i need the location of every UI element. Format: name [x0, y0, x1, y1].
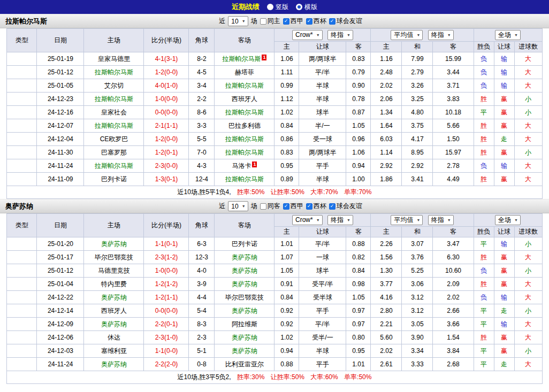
score-cell[interactable]: 1-0(0-0)	[144, 93, 189, 106]
same-away-checkbox[interactable]: 同客	[260, 202, 280, 211]
bookmaker-select[interactable]: Crow*▼	[292, 215, 323, 225]
score-cell[interactable]: 2-3(0-0)	[144, 159, 189, 173]
away-team-link[interactable]: 拉斯帕尔马斯	[225, 175, 264, 183]
away-team-link[interactable]: 比利亚雷亚尔	[225, 360, 264, 368]
score-cell[interactable]: 2-3(1-0)	[144, 331, 189, 344]
home-team-link[interactable]: 巴塞罗那	[101, 149, 127, 156]
score-cell[interactable]: 1-3(0-1)	[144, 173, 189, 186]
ah-away-odds-cell: 0.98	[346, 278, 371, 291]
away-team-link[interactable]: 奥萨苏纳	[232, 280, 257, 288]
league-friendly-checkbox[interactable]: 球会友谊	[329, 17, 362, 26]
fullmatch-select[interactable]: 全场▼	[495, 215, 521, 225]
home-team-link[interactable]: 奥萨苏纳	[101, 360, 127, 368]
col-eu-draw: 和	[402, 227, 433, 237]
home-team-link[interactable]: 马德里竞技	[98, 267, 130, 274]
corner-cell: 4-5	[189, 66, 215, 79]
score-cell[interactable]: 1-2(0-1)	[144, 146, 189, 159]
home-team-link[interactable]: 西班牙人	[101, 307, 127, 314]
score-cell[interactable]: 2-3(1-2)	[144, 251, 189, 264]
away-team-cell: 比利亚雷亚尔	[215, 358, 274, 371]
league-type-cell: 西甲	[7, 159, 37, 173]
col-eu-draw: 和	[402, 42, 433, 52]
away-team-link[interactable]: 奥萨苏纳	[232, 347, 257, 355]
eu-home-odds-cell: 2.02	[371, 344, 402, 358]
average-select[interactable]: 平均值▼	[391, 215, 423, 225]
corner-cell: 8-2	[189, 52, 215, 66]
home-team-link[interactable]: 拉斯帕尔马斯	[95, 122, 133, 129]
score-cell[interactable]: 0-0(0-0)	[144, 304, 189, 318]
home-team-link[interactable]: 拉斯帕尔马斯	[95, 95, 133, 103]
score-cell[interactable]: 1-0(0-0)	[144, 264, 189, 278]
average-select[interactable]: 平均值▼	[391, 30, 423, 40]
score-cell[interactable]: 0-0(0-0)	[144, 106, 189, 119]
layout-vertical-radio[interactable]: 竖版	[267, 3, 288, 12]
home-team-link[interactable]: 特内里费	[101, 280, 127, 288]
col-date: 日期	[37, 29, 84, 52]
away-team-link[interactable]: 奥萨苏纳	[232, 307, 257, 314]
home-team-link[interactable]: 休达	[108, 334, 120, 341]
away-team-link[interactable]: 阿拉维斯	[232, 320, 257, 328]
eu-final-select[interactable]: 终指▼	[428, 215, 454, 225]
score-cell[interactable]: 1-1(0-0)	[144, 344, 189, 358]
corner-cell: 8-3	[189, 318, 215, 331]
league-cup-checkbox[interactable]: 西杯	[306, 17, 326, 26]
score-cell[interactable]: 2-2(0-1)	[144, 318, 189, 331]
away-team-link[interactable]: 西班牙人	[232, 95, 257, 103]
away-team-link[interactable]: 奥萨苏纳	[232, 253, 257, 261]
match-row: 西甲 25-01-19 皇家马德里 4-1(3-1) 8-2 拉斯帕尔马斯1 1…	[7, 52, 542, 66]
away-team-link[interactable]: 巴列卡诺	[232, 240, 257, 248]
away-team-link[interactable]: 拉斯帕尔马斯	[225, 149, 264, 156]
result-wdl-cell: 胜	[474, 278, 494, 291]
matches-label: 场	[251, 202, 257, 211]
home-team-link[interactable]: 塞维利亚	[101, 347, 127, 355]
home-team-link[interactable]: 奥萨苏纳	[101, 294, 127, 301]
home-team-link[interactable]: 皇家马德里	[98, 55, 130, 63]
score-cell[interactable]: 1-1(0-1)	[144, 237, 189, 251]
eu-final-select[interactable]: 终指▼	[428, 30, 454, 40]
home-team-link[interactable]: 奥萨苏纳	[101, 320, 127, 328]
away-team-link[interactable]: 奥萨苏纳	[232, 334, 257, 341]
away-team-link[interactable]: 毕尔巴鄂竞技	[225, 294, 264, 301]
score-cell[interactable]: 1-2(0-0)	[144, 133, 189, 146]
home-team-link[interactable]: 巴列卡诺	[101, 175, 127, 183]
ah-away-odds-cell: 1.05	[346, 119, 371, 133]
score-cell[interactable]: 1-2(0-0)	[144, 66, 189, 79]
league-liga-checkbox[interactable]: 西甲	[283, 202, 303, 211]
home-team-link[interactable]: 拉斯帕尔马斯	[95, 162, 133, 170]
home-team-link[interactable]: 艾尔切	[104, 82, 124, 89]
away-team-link[interactable]: 拉斯帕尔马斯	[225, 82, 264, 89]
home-team-link[interactable]: CE欧罗巴	[100, 135, 128, 143]
ah-final-select[interactable]: 终指▼	[327, 30, 353, 40]
home-team-link[interactable]: 皇家社会	[101, 109, 127, 116]
score-cell[interactable]: 1-2(1-1)	[144, 291, 189, 304]
away-team-link[interactable]: 奥萨苏纳	[232, 267, 257, 274]
away-team-link[interactable]: 拉斯帕尔马斯	[225, 135, 264, 143]
away-team-link[interactable]: 赫塔菲	[235, 68, 254, 76]
result-goals-cell: 大	[514, 318, 542, 331]
eu-away-odds-cell: 1.50	[433, 133, 474, 146]
score-cell[interactable]: 4-0(1-0)	[144, 79, 189, 93]
home-team-link[interactable]: 毕尔巴鄂竞技	[95, 253, 133, 261]
score-cell[interactable]: 2-1(1-1)	[144, 119, 189, 133]
recent-count-select[interactable]: 10▼	[228, 201, 248, 211]
layout-horizontal-radio[interactable]: 横版	[296, 3, 317, 12]
ah-final-select[interactable]: 终指▼	[327, 215, 353, 225]
fullmatch-select[interactable]: 全场▼	[495, 30, 521, 40]
score-cell[interactable]: 1-2(1-2)	[144, 278, 189, 291]
away-team-link[interactable]: 拉斯帕尔马斯	[225, 109, 264, 116]
recent-count-select[interactable]: 10▼	[228, 16, 248, 26]
same-home-checkbox[interactable]: 同主	[260, 17, 280, 26]
away-team-link[interactable]: 巴拉多利德	[228, 122, 261, 129]
league-liga-checkbox[interactable]: 西甲	[283, 17, 303, 26]
league-cup-checkbox[interactable]: 西杯	[306, 202, 326, 211]
away-team-link[interactable]: 拉斯帕尔马斯	[222, 55, 261, 63]
home-team-cell: 拉斯帕尔马斯	[84, 66, 144, 79]
away-team-link[interactable]: 马洛卡	[232, 162, 251, 170]
score-cell[interactable]: 4-1(3-1)	[144, 52, 189, 66]
col-res-ah: 让球	[494, 227, 514, 237]
score-cell[interactable]: 2-2(2-0)	[144, 358, 189, 371]
league-friendly-checkbox[interactable]: 球会友谊	[329, 202, 362, 211]
bookmaker-select[interactable]: Crow*▼	[292, 30, 323, 40]
home-team-link[interactable]: 拉斯帕尔马斯	[95, 68, 133, 76]
home-team-link[interactable]: 奥萨苏纳	[101, 240, 127, 248]
